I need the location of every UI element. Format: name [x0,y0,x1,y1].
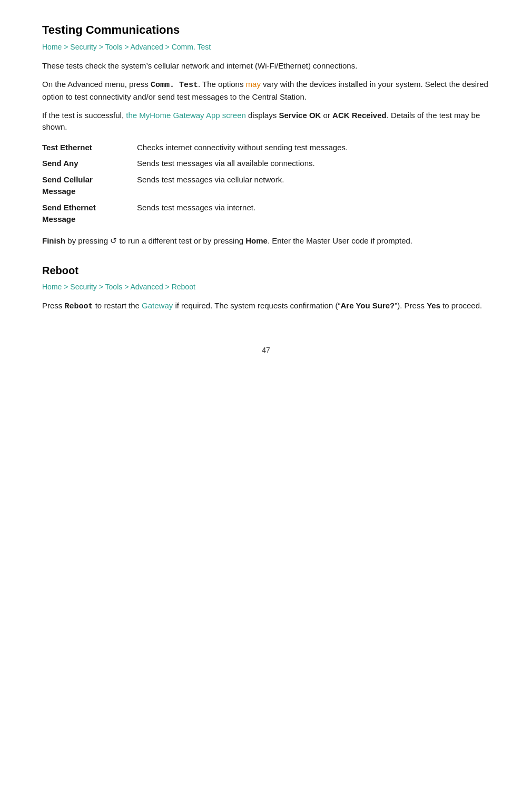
definition-desc: Checks internet connectivity without sen… [137,140,490,156]
finish-middle: by pressing ↺ to run a different test or… [65,236,245,245]
section1-para3: If the test is successful, the MyHome Ga… [42,110,490,133]
finish-label: Finish [42,236,65,245]
section1-para1: These tests check the system’s cellular … [42,60,490,72]
section1-ack-received: ACK Received [332,111,387,120]
section1-para2-prefix: On the Advanced menu, press [42,80,151,89]
section2-para1-suffix-end: to proceed. [440,301,482,310]
section2-title: Reboot [42,263,490,278]
section2-breadcrumb: Home > Security > Tools > Advanced > Reb… [42,281,490,293]
section2-para1-prefix: Press [42,301,65,310]
definition-desc: Sends test messages via cellular network… [137,172,490,200]
section1-or: or [321,111,332,120]
definition-term: Send Any [42,156,137,172]
section1-may-highlight: may [246,80,261,89]
definition-desc: Sends test messages via internet. [137,200,490,228]
definition-term: Send Ethernet Message [42,200,137,228]
section1-comm-test: Comm. Test [151,81,198,90]
page-footer: 47 [42,345,490,356]
definition-term: Test Ethernet [42,140,137,156]
finish-text: Finish by pressing ↺ to run a different … [42,235,490,247]
page-number: 47 [262,346,270,354]
section2-para1-middle: to restart the [93,301,142,310]
definition-table: Test EthernetChecks internet connectivit… [42,140,490,228]
section2-reboot-term: Reboot [65,302,93,311]
definition-row: Send Cellular MessageSends test messages… [42,172,490,200]
section2-para1-suffix-prefix: if required. The system requests confirm… [173,301,340,310]
section1-para2-middle: . The options [198,80,246,89]
section1-breadcrumb: Home > Security > Tools > Advanced > Com… [42,42,490,53]
definition-row: Send AnySends test messages via all avai… [42,156,490,172]
definition-desc: Sends test messages via all available co… [137,156,490,172]
section1-para3-middle: displays [246,111,279,120]
section1-service-ok: Service OK [279,111,321,120]
definition-row: Test EthernetChecks internet connectivit… [42,140,490,156]
finish-suffix: . Enter the Master User code if prompted… [268,236,412,245]
definition-row: Send Ethernet MessageSends test messages… [42,200,490,228]
section1-para2: On the Advanced menu, press Comm. Test. … [42,79,490,103]
section1-title: Testing Communications [42,21,490,38]
section1-para3-prefix: If the test is successful, [42,111,126,120]
section2-are-you-sure: Are You Sure? [340,301,395,310]
section2-para1-suffix-mid: ”). Press [395,301,427,310]
section2-gateway-highlight: Gateway [142,301,173,310]
section1-green-highlight: the MyHome Gateway App screen [126,111,246,120]
section2-yes-term: Yes [427,301,440,310]
definition-term: Send Cellular Message [42,172,137,200]
finish-home: Home [245,236,268,245]
section2-para1: Press Reboot to restart the Gateway if r… [42,300,490,313]
